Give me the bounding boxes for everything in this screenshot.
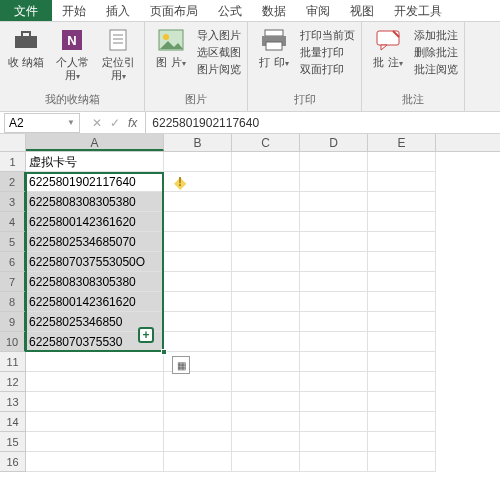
row-header[interactable]: 1 xyxy=(0,152,26,172)
cell[interactable] xyxy=(26,352,164,372)
row-header[interactable]: 13 xyxy=(0,392,26,412)
tab-review[interactable]: 审阅 xyxy=(296,0,340,21)
col-header-e[interactable]: E xyxy=(368,134,436,151)
cell[interactable] xyxy=(26,392,164,412)
cell[interactable] xyxy=(300,252,368,272)
print-current-link[interactable]: 打印当前页 xyxy=(300,28,355,43)
cell[interactable] xyxy=(232,332,300,352)
cell[interactable] xyxy=(232,152,300,172)
tab-dev[interactable]: 开发工具 xyxy=(384,0,452,21)
cell[interactable] xyxy=(232,412,300,432)
row-header[interactable]: 7 xyxy=(0,272,26,292)
row-header[interactable]: 14 xyxy=(0,412,26,432)
cell[interactable] xyxy=(232,172,300,192)
cell[interactable] xyxy=(232,392,300,412)
browse-comment-link[interactable]: 批注阅览 xyxy=(414,62,458,77)
row-header[interactable]: 3 xyxy=(0,192,26,212)
fill-handle[interactable] xyxy=(161,349,167,355)
cell[interactable] xyxy=(232,312,300,332)
cell[interactable] xyxy=(300,212,368,232)
tab-layout[interactable]: 页面布局 xyxy=(140,0,208,21)
cell[interactable] xyxy=(300,192,368,212)
cell[interactable] xyxy=(300,292,368,312)
browse-picture-link[interactable]: 图片阅览 xyxy=(197,62,241,77)
formula-input[interactable]: 6225801902117640 xyxy=(146,114,500,132)
cell[interactable] xyxy=(26,432,164,452)
cell[interactable] xyxy=(26,452,164,472)
cell[interactable] xyxy=(26,372,164,392)
cell[interactable]: 6225802534685070 xyxy=(26,232,164,252)
cell[interactable] xyxy=(232,292,300,312)
cell[interactable] xyxy=(368,152,436,172)
cell[interactable] xyxy=(164,432,232,452)
cell[interactable] xyxy=(232,352,300,372)
cell[interactable]: 虚拟卡号 xyxy=(26,152,164,172)
cell[interactable] xyxy=(300,332,368,352)
inbox-button[interactable]: 收 纳箱 xyxy=(6,26,46,69)
cell[interactable] xyxy=(164,292,232,312)
col-header-b[interactable]: B xyxy=(164,134,232,151)
picture-button[interactable]: 图 片▾ xyxy=(151,26,191,70)
name-box[interactable]: A2▼ xyxy=(4,113,80,133)
cell[interactable] xyxy=(368,412,436,432)
cell[interactable] xyxy=(300,172,368,192)
cell[interactable] xyxy=(232,192,300,212)
cell[interactable] xyxy=(300,152,368,172)
cell[interactable] xyxy=(164,412,232,432)
row-header[interactable]: 12 xyxy=(0,372,26,392)
cell[interactable] xyxy=(164,452,232,472)
row-header[interactable]: 4 xyxy=(0,212,26,232)
cell[interactable]: 6225801902117640 xyxy=(26,172,164,192)
delete-comment-link[interactable]: 删除批注 xyxy=(414,45,458,60)
cell[interactable] xyxy=(232,232,300,252)
tab-home[interactable]: 开始 xyxy=(52,0,96,21)
personal-button[interactable]: N 个人常 用▾ xyxy=(52,26,92,83)
select-all-corner[interactable] xyxy=(0,134,26,151)
cell[interactable] xyxy=(368,332,436,352)
duplex-print-link[interactable]: 双面打印 xyxy=(300,62,355,77)
col-header-c[interactable]: C xyxy=(232,134,300,151)
cell[interactable] xyxy=(368,432,436,452)
cell[interactable] xyxy=(300,412,368,432)
tab-data[interactable]: 数据 xyxy=(252,0,296,21)
cell[interactable] xyxy=(164,252,232,272)
cell[interactable] xyxy=(232,432,300,452)
cell[interactable] xyxy=(368,452,436,472)
confirm-icon[interactable]: ✓ xyxy=(110,116,120,130)
cancel-icon[interactable]: ✕ xyxy=(92,116,102,130)
cell[interactable] xyxy=(300,272,368,292)
cell[interactable] xyxy=(164,212,232,232)
row-header[interactable]: 5 xyxy=(0,232,26,252)
cell[interactable] xyxy=(164,332,232,352)
tab-view[interactable]: 视图 xyxy=(340,0,384,21)
cell[interactable] xyxy=(300,372,368,392)
cell[interactable] xyxy=(368,172,436,192)
row-header[interactable]: 2 xyxy=(0,172,26,192)
cell[interactable] xyxy=(164,152,232,172)
cell[interactable] xyxy=(368,352,436,372)
batch-print-link[interactable]: 批量打印 xyxy=(300,45,355,60)
cell[interactable] xyxy=(164,312,232,332)
cell[interactable] xyxy=(368,252,436,272)
locate-button[interactable]: 定位引 用▾ xyxy=(98,26,138,83)
row-header[interactable]: 15 xyxy=(0,432,26,452)
autofill-options-button[interactable]: ▦ xyxy=(172,356,190,374)
spreadsheet-grid[interactable]: A B C D E 1虚拟卡号 26225801902117640 362258… xyxy=(0,134,500,472)
cell[interactable] xyxy=(368,272,436,292)
tab-file[interactable]: 文件 xyxy=(0,0,52,21)
cell[interactable] xyxy=(164,192,232,212)
cell[interactable] xyxy=(300,312,368,332)
row-header[interactable]: 6 xyxy=(0,252,26,272)
cell[interactable] xyxy=(164,232,232,252)
cell[interactable] xyxy=(164,392,232,412)
import-picture-link[interactable]: 导入图片 xyxy=(197,28,241,43)
cell[interactable] xyxy=(368,212,436,232)
tab-insert[interactable]: 插入 xyxy=(96,0,140,21)
cell[interactable] xyxy=(300,392,368,412)
col-header-d[interactable]: D xyxy=(300,134,368,151)
cell[interactable] xyxy=(300,352,368,372)
row-header[interactable]: 16 xyxy=(0,452,26,472)
cell[interactable] xyxy=(300,232,368,252)
print-button[interactable]: 打 印▾ xyxy=(254,26,294,70)
cell[interactable] xyxy=(232,452,300,472)
